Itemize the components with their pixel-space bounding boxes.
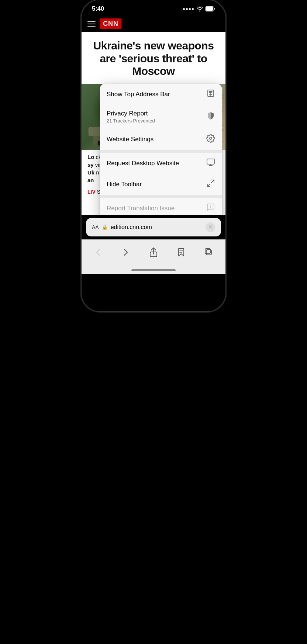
article-text-an: an [87,177,94,183]
menu-item-privacy-label-area: Privacy Report 21 Trackers Prevented [107,110,155,124]
article-text-sy: sy [87,162,94,168]
back-button[interactable] [90,244,106,260]
report-icon [206,203,215,214]
menu-separator-1 [100,150,222,153]
svg-rect-1 [206,7,213,11]
svg-line-23 [207,184,210,187]
address-bar-icon [206,89,215,100]
address-bar-area: AA 🔒 edition.cnn.com × [86,218,221,236]
home-bar [131,269,176,271]
article-text-uk: Uk [87,169,94,176]
report-translation-label: Report Translation Issue [107,205,175,212]
menu-item-privacy-report[interactable]: Privacy Report 21 Trackers Prevented [100,105,222,129]
home-indicator [82,269,225,274]
share-button[interactable] [145,244,162,260]
show-address-bar-label: Show Top Address Bar [107,91,170,98]
menu-item-report-label-area: Report Translation Issue [107,205,175,212]
expand-icon [206,179,215,190]
bookmarks-button[interactable] [173,244,189,260]
url-text[interactable]: edition.cnn.com [111,224,152,231]
shield-icon [206,111,215,122]
hide-toolbar-label: Hide Toolbar [107,181,142,188]
notch [130,0,177,13]
article-title: Ukraine's new weapons are 'serious threa… [89,39,218,78]
website-settings-label: Website Settings [107,136,154,143]
forward-button[interactable] [118,244,134,260]
carrier-dots-icon [183,8,194,10]
cnn-logo[interactable]: CNN [100,18,121,29]
phone-frame: 5:40 [82,0,225,311]
status-time: 5:40 [92,5,104,13]
svg-point-18 [210,137,212,139]
menu-item-request-desktop[interactable]: Request Desktop Website [100,153,222,174]
svg-rect-37 [206,250,211,255]
close-tab-button[interactable]: × [206,222,215,232]
menu-item-hide-toolbar[interactable]: Hide Toolbar [100,174,222,195]
cnn-header: CNN [82,15,225,32]
menu-item-hide-label-area: Hide Toolbar [107,181,142,188]
live-badge: LIV [87,189,96,195]
menu-item-settings-label-area: Website Settings [107,136,154,143]
gear-icon [206,134,215,145]
article-area: Ukraine's new weapons are 'serious threa… [82,32,225,215]
aa-button[interactable]: AA [92,224,99,230]
article-text-lo: Lo [87,154,94,160]
status-icons [183,6,215,11]
svg-line-22 [211,180,214,183]
tabs-button[interactable] [201,244,217,260]
menu-item-show-address-bar[interactable]: Show Top Address Bar [100,84,222,105]
article-headline: Ukraine's new weapons are 'serious threa… [82,32,225,84]
battery-icon [205,6,215,11]
privacy-report-label: Privacy Report [107,110,155,117]
context-menu: Show Top Address Bar Privacy Report [100,84,222,215]
svg-rect-19 [207,159,214,164]
wifi-icon [197,7,203,11]
menu-separator-2 [100,195,222,198]
hamburger-menu-button[interactable] [87,21,96,27]
lock-icon: 🔒 [102,224,108,230]
address-bar-left: AA 🔒 edition.cnn.com [92,224,152,231]
menu-item-desktop-label-area: Request Desktop Website [107,160,179,167]
menu-item-report-translation[interactable]: Report Translation Issue [100,198,222,215]
request-desktop-label: Request Desktop Website [107,160,179,167]
bottom-toolbar [82,239,225,269]
desktop-icon [206,158,215,169]
privacy-report-sublabel: 21 Trackers Prevented [107,118,155,124]
menu-item-website-settings[interactable]: Website Settings [100,129,222,150]
menu-item-label-area: Show Top Address Bar [107,91,170,98]
svg-rect-38 [205,249,210,254]
